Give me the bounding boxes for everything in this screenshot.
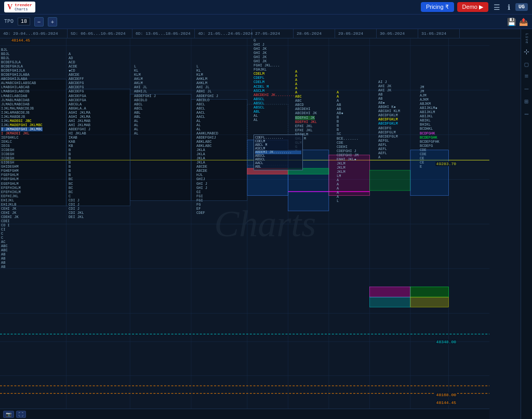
price-annotation-48348: 48348.00 <box>435 340 457 344</box>
date-col-6: 28-05-2024 <box>294 29 335 38</box>
date-col-7: 29-05-2024 <box>335 29 377 38</box>
logo-v-letter: V <box>7 3 12 11</box>
snapshot-button[interactable]: 📷 <box>3 411 14 418</box>
save-icon[interactable]: 💾 <box>507 18 516 26</box>
date-col-8: 30-05-2024 <box>377 29 418 38</box>
price-annotation-48168: 48168.00 <box>435 393 457 397</box>
logo-text-block: trender Charts <box>15 3 32 11</box>
right-sidebar: Live ⊹ ▢ ≡ — ⊞ ⋯ <box>521 29 532 419</box>
tpo-col-5: G GHI J GHI JK GHI JK GHI JK GHI JK FGHI… <box>254 38 294 122</box>
pricing-button[interactable]: Pricing ₹ <box>421 2 454 12</box>
line-tool-icon[interactable]: — <box>522 85 531 94</box>
date-col-2: 5D: 06-05...10-05-2024 <box>68 29 132 38</box>
lines-tool-icon[interactable]: ≡ <box>522 72 531 82</box>
price-tick-highlight-48144: 48144.45 <box>11 38 31 43</box>
chart-toolbar: TPO 18 − + 💾 📤 <box>0 15 532 29</box>
cursor-tool-icon[interactable]: ⊹ <box>522 47 531 57</box>
toolbar-right: 💾 📤 <box>507 18 528 26</box>
user-badge[interactable]: UG <box>515 3 528 11</box>
main-area: 4D: 29-04...03-05-2024 5D: 06-05...10-05… <box>0 29 532 419</box>
tpo-value: 18 <box>18 18 30 25</box>
tpo-col-4: L KL KLM AHKLM AHKLM AHI JL ABHI JL ABDE… <box>196 48 252 215</box>
tpo-col-3: L KL KLM AKLM AKLM AHI JL ABHIJL ABDEFGH… <box>134 48 195 136</box>
logo[interactable]: V trender Charts <box>4 2 35 12</box>
chart-area[interactable]: 4D: 29-04...03-05-2024 5D: 06-05...10-05… <box>0 29 521 419</box>
svg-rect-29 <box>410 287 449 298</box>
tpo-increment-button[interactable]: + <box>48 17 57 26</box>
tpo-col-2: A AD ACD ACDE ●CD ABCDE ABCDEFF ABCDEFG … <box>69 48 132 219</box>
tpo-col-1: BJL BDJL BDJL BCDEFGJLA BCDEFGHJLA BCDEF… <box>1 48 68 269</box>
date-col-9: 31-05-2024 <box>418 29 460 38</box>
nav-left: V trender Charts <box>4 2 35 12</box>
date-col-4: 4D: 21-05...24-05-2024 <box>195 29 252 38</box>
rectangle-tool-icon[interactable]: ▢ <box>522 60 531 69</box>
nav-right: Pricing ₹ Demo ▶ ☰ ℹ UG <box>421 2 528 12</box>
svg-rect-30 <box>369 297 410 307</box>
price-annotation-48144: 48144.45 <box>435 400 457 405</box>
chart-bottom-toolbar: 📷 ⛶ <box>0 409 489 419</box>
chart-canvas: Charts <box>0 38 489 409</box>
more-tools-icon[interactable]: ⋯ <box>522 110 531 119</box>
tpo-col-9: JM JM AJM AJKM ABJKM ABIJKLM● ABIJKLM AB… <box>420 85 459 169</box>
tpo-col-7: A A A AB AB AB● B B B B SC BCE....... CD… <box>337 90 377 203</box>
svg-rect-31 <box>410 297 449 307</box>
live-label: Live <box>525 33 529 44</box>
date-col-1: 4D: 29-04...03-05-2024 <box>0 29 68 38</box>
date-col-3: 6D: 13-05...18-05-2024 <box>132 29 195 38</box>
expand-button[interactable]: ⛶ <box>16 411 26 418</box>
tpo-decrement-button[interactable]: − <box>34 17 44 26</box>
hamburger-icon[interactable]: ☰ <box>491 2 502 12</box>
date-header: 4D: 29-04...03-05-2024 5D: 06-05...10-05… <box>0 29 521 38</box>
info-box-col5: CDEFL......... CDELM ABCL M ASCLM ABDEMI… <box>254 134 303 170</box>
price-annotation-49283: 49283.70 <box>435 161 457 166</box>
grid-tool-icon[interactable]: ⊞ <box>522 97 531 106</box>
svg-rect-28 <box>369 287 410 298</box>
tpo-col-8: AI J AHI JK AHI JK AB AB AB● ABGHI K● AB… <box>378 80 419 159</box>
demo-button[interactable]: Demo ▶ <box>457 2 488 12</box>
info-icon[interactable]: ℹ <box>506 2 512 12</box>
tpo-label: TPO <box>4 19 14 24</box>
upload-icon[interactable]: 📤 <box>519 18 528 26</box>
date-col-5: 27-05-2024 <box>252 29 294 38</box>
top-navigation: V trender Charts Pricing ₹ Demo ▶ ☰ ℹ UG <box>0 0 532 15</box>
logo-sub: Charts <box>15 7 32 11</box>
logo-name: trender <box>15 3 32 7</box>
